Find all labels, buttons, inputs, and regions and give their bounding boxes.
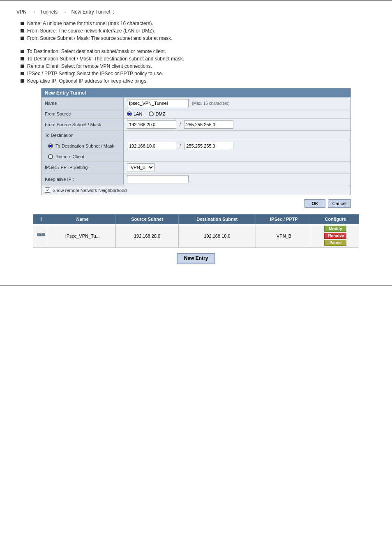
form-row-name: Name (Max. 16 characters)	[42, 97, 350, 109]
tunnel-table-wrap: i Name Source Subnet Destination Subnet …	[33, 214, 359, 248]
bullet-item-7: IPSec / PPTP Setting: Select the IPSec o…	[21, 71, 376, 76]
row-source-subnet: 192.168.20.0	[116, 224, 178, 248]
col-header-destination: Destination Subnet	[178, 215, 256, 224]
row-configure: Modify Remove Pause	[312, 224, 359, 248]
bullet-item-5: To Destination Subnet / Mask: The destin…	[21, 56, 376, 62]
ipsec-select[interactable]: VPN_B VPN_A	[127, 163, 154, 171]
checkbox-show-remote[interactable]: ✓ Show remote Network Neighborhood	[45, 187, 127, 193]
tunnel-table: i Name Source Subnet Destination Subnet …	[33, 214, 359, 248]
radio-lan-dot	[127, 111, 132, 116]
checkbox-show-remote-label: Show remote Network Neighborhood	[53, 188, 127, 193]
bullet-group-2: To Destination: Select destination subne…	[21, 49, 376, 84]
form-row-remote-client: Remote Client	[42, 152, 350, 162]
form-row-from-subnet: From Source Subnet / Mask /	[42, 119, 350, 131]
bullet-item-6: Remote Client: Select for remote VPN cli…	[21, 63, 376, 69]
radio-dmz[interactable]: DMZ	[149, 111, 165, 116]
svg-rect-0	[37, 234, 41, 236]
bullet-item-2: From Source: The source network interfac…	[21, 28, 376, 34]
new-entry-wrap: New Entry	[16, 253, 376, 264]
modify-button[interactable]: Modify	[324, 226, 346, 232]
label-keepalive: Keep alive IP :	[42, 173, 124, 185]
pause-button[interactable]: Pause	[324, 240, 346, 246]
from-subnet-input[interactable]	[127, 120, 176, 129]
row-ipsec-pptp: VPN_B	[256, 224, 312, 248]
slash-1: /	[180, 122, 181, 127]
value-from-subnet: /	[124, 119, 350, 130]
col-header-ipsec: IPSec / PPTP	[256, 215, 312, 224]
label-to-subnet: To Destination Subnet / Mask	[42, 140, 124, 152]
from-source-radio-group: LAN DMZ	[127, 111, 165, 116]
bullet-item-1: Name: A unique name for this tunnel (max…	[21, 21, 376, 26]
radio-lan[interactable]: LAN	[127, 111, 142, 116]
value-from-source: LAN DMZ	[124, 109, 350, 118]
col-header-i: i	[33, 215, 49, 224]
row-name: IPsec_VPN_Tu...	[49, 224, 116, 248]
label-name: Name	[42, 97, 124, 109]
value-remote-client	[124, 152, 350, 161]
bullet-group-1: Name: A unique name for this tunnel (max…	[21, 21, 376, 41]
radio-to-subnet-dot	[48, 143, 53, 148]
name-hint: (Max. 16 characters)	[192, 101, 230, 106]
form-row-ipsec: IPSec / PPTP Setting VPN_B VPN_A	[42, 162, 350, 173]
row-dest-subnet: 192.168.10.0	[178, 224, 256, 248]
radio-remote-client-dot	[48, 154, 53, 159]
value-to-subnet: /	[124, 140, 350, 152]
label-from-source: From Source	[42, 109, 124, 118]
ok-cancel-row: OK Cancel	[41, 199, 351, 208]
radio-lan-label: LAN	[134, 111, 142, 116]
value-keepalive	[124, 173, 350, 185]
new-entry-tunnel-form: New Entry Tunnel Name (Max. 16 character…	[41, 88, 351, 195]
cancel-button[interactable]: Cancel	[328, 199, 351, 208]
table-row: IPsec_VPN_Tu... 192.168.20.0 192.168.10.…	[33, 224, 359, 248]
value-name: (Max. 16 characters)	[124, 97, 350, 109]
remove-button[interactable]: Remove	[324, 233, 346, 239]
row-icon-cell	[33, 224, 49, 248]
from-mask-input[interactable]	[184, 120, 233, 129]
label-show-remote: ✓ Show remote Network Neighborhood	[42, 185, 350, 195]
to-mask-input[interactable]	[184, 142, 233, 150]
form-row-from-source: From Source LAN DMZ	[42, 109, 350, 119]
configure-btns: Modify Remove Pause	[316, 226, 355, 246]
radio-dmz-dot	[149, 111, 154, 116]
name-input[interactable]	[127, 99, 189, 107]
col-header-name: Name	[49, 215, 116, 224]
checkbox-show-remote-box: ✓	[45, 187, 50, 193]
bullet-item-4: To Destination: Select destination subne…	[21, 49, 376, 54]
bullet-item-3: From Source Subnet / Mask: The source su…	[21, 35, 376, 41]
form-row-show-remote: ✓ Show remote Network Neighborhood	[42, 185, 350, 195]
to-subnet-input[interactable]	[127, 142, 176, 150]
label-from-subnet: From Source Subnet / Mask	[42, 119, 124, 130]
ok-button[interactable]: OK	[304, 199, 325, 208]
col-header-configure: Configure	[312, 215, 359, 224]
form-row-keepalive: Keep alive IP :	[42, 173, 350, 185]
form-row-to-destination-header: To Destination	[42, 131, 350, 140]
form-title: New Entry Tunnel	[42, 88, 350, 97]
radio-dmz-label: DMZ	[155, 111, 165, 116]
label-to-destination: To Destination	[42, 131, 124, 140]
label-remote-client: Remote Client	[42, 152, 124, 161]
network-icon	[37, 231, 46, 240]
value-ipsec: VPN_B VPN_A	[124, 162, 350, 173]
col-header-source: Source Subnet	[116, 215, 178, 224]
nav-path: VPN → Tunnels → New Entry Tunnel :	[16, 9, 376, 15]
new-entry-button[interactable]: New Entry	[177, 253, 216, 264]
slash-2: /	[180, 143, 181, 149]
label-ipsec: IPSec / PPTP Setting	[42, 162, 124, 173]
keepalive-input[interactable]	[127, 175, 189, 183]
bullet-item-8: Keep alive IP: Optional IP address for k…	[21, 78, 376, 84]
value-to-destination	[124, 131, 350, 140]
form-row-to-subnet: To Destination Subnet / Mask /	[42, 140, 350, 152]
